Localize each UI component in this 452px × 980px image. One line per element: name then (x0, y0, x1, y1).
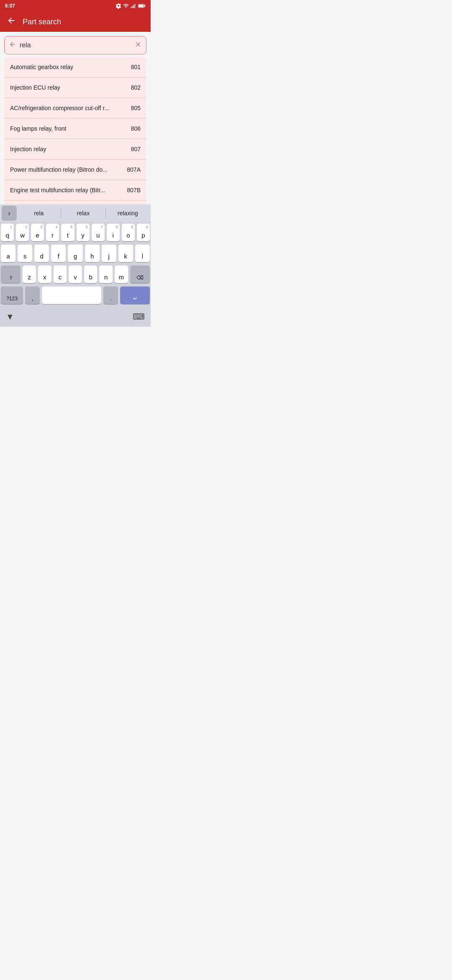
result-name-5: Power multifunction relay (Bitron do... (10, 166, 123, 173)
result-name-6: Engine test multifunction relay (Bitr... (10, 187, 123, 193)
battery-icon (138, 3, 146, 9)
key-shift[interactable]: ⇧ (1, 266, 21, 283)
result-code-0: 801 (131, 64, 141, 70)
key-s[interactable]: s (18, 245, 32, 262)
search-back-button[interactable] (9, 41, 16, 50)
svg-rect-3 (134, 4, 135, 8)
result-code-6: 807B (127, 187, 141, 193)
result-code-2: 805 (131, 105, 141, 111)
result-code-5: 807A (127, 166, 141, 173)
key-d[interactable]: d (34, 245, 49, 262)
search-bar (4, 36, 146, 54)
result-code-1: 802 (131, 84, 141, 91)
key-k[interactable]: k (118, 245, 133, 262)
key-b[interactable]: b (84, 266, 98, 283)
svg-rect-1 (132, 6, 133, 8)
key-comma[interactable]: , (25, 286, 40, 304)
result-item-5[interactable]: Power multifunction relay (Bitron do...8… (4, 160, 146, 180)
result-name-4: Injection relay (10, 146, 128, 152)
svg-rect-5 (144, 5, 145, 7)
suggestions-expand-button[interactable]: › (2, 206, 17, 221)
key-t[interactable]: 5t (61, 224, 74, 241)
key-g[interactable]: g (68, 245, 82, 262)
result-item-6[interactable]: Engine test multifunction relay (Bitr...… (4, 180, 146, 201)
key-m[interactable]: m (115, 266, 128, 283)
key-row-3: ⇧ z x c v b n m ⌫ (1, 266, 150, 283)
key-a[interactable]: a (1, 245, 15, 262)
search-input[interactable] (20, 41, 134, 49)
result-name-3: Fog lamps relay, front (10, 125, 128, 132)
keyboard-collapse-button[interactable]: ▼ (4, 310, 16, 323)
result-code-4: 807 (131, 146, 141, 152)
key-v[interactable]: v (69, 266, 82, 283)
key-u[interactable]: 7u (92, 224, 105, 241)
appbar-back-button[interactable] (7, 16, 16, 28)
key-row-2: a s d f g h j k l (1, 245, 150, 262)
wifi-icon (123, 3, 129, 9)
status-icons (116, 3, 146, 9)
key-num-switch[interactable]: ?123 (1, 286, 23, 304)
key-e[interactable]: 3e (31, 224, 44, 241)
suggest-divider-1 (61, 208, 61, 218)
suggestions-bar: › rela relax relaxing (0, 204, 151, 222)
key-x[interactable]: x (38, 266, 51, 283)
keyboard-layout-button[interactable]: ⌨ (131, 310, 146, 323)
suggestion-0[interactable]: rela (18, 207, 60, 219)
suggestion-2[interactable]: relaxing (107, 207, 149, 219)
result-item-4[interactable]: Injection relay807 (4, 139, 146, 160)
key-y[interactable]: 6y (77, 224, 90, 241)
status-time: 6:07 (5, 3, 15, 9)
key-l[interactable]: l (135, 245, 150, 262)
result-name-2: AC/refrigeration compressor cut-off r... (10, 105, 128, 111)
result-code-3: 806 (131, 125, 141, 132)
key-f[interactable]: f (51, 245, 66, 262)
key-period[interactable]: . (103, 286, 118, 304)
keyboard: › rela relax relaxing 1q 2w 3e 4r 5t 6y … (0, 204, 151, 327)
svg-rect-0 (131, 7, 132, 8)
suggestion-1[interactable]: relax (62, 207, 104, 219)
key-w[interactable]: 2w (16, 224, 29, 241)
key-row-1: 1q 2w 3e 4r 5t 6y 7u 8i 9o 0p (1, 224, 150, 241)
suggest-divider-2 (105, 208, 106, 218)
key-z[interactable]: z (23, 266, 36, 283)
key-space[interactable] (42, 286, 101, 304)
key-r[interactable]: 4r (46, 224, 59, 241)
page-title: Part search (23, 18, 144, 26)
signal-icon (131, 3, 136, 9)
key-backspace[interactable]: ⌫ (130, 266, 150, 283)
keyboard-nav-row: ▼ ⌨ (0, 308, 151, 327)
key-p[interactable]: 0p (137, 224, 150, 241)
result-name-1: Injection ECU relay (10, 84, 128, 91)
app-bar: Part search (0, 12, 151, 32)
result-item-1[interactable]: Injection ECU relay802 (4, 77, 146, 98)
keyboard-rows: 1q 2w 3e 4r 5t 6y 7u 8i 9o 0p a s d f g … (0, 222, 151, 308)
result-item-3[interactable]: Fog lamps relay, front806 (4, 119, 146, 139)
key-n[interactable]: n (99, 266, 113, 283)
svg-rect-6 (139, 5, 144, 7)
key-i[interactable]: 8i (107, 224, 120, 241)
key-h[interactable]: h (85, 245, 100, 262)
svg-rect-2 (133, 5, 134, 8)
status-bar: 6:07 (0, 0, 151, 12)
result-item-0[interactable]: Automatic gearbox relay801 (4, 57, 146, 77)
key-o[interactable]: 9o (122, 224, 135, 241)
key-row-bottom: ?123 , . ↵ (1, 286, 150, 304)
key-return[interactable]: ↵ (120, 286, 150, 304)
search-clear-button[interactable] (134, 41, 142, 50)
result-name-0: Automatic gearbox relay (10, 64, 128, 70)
key-q[interactable]: 1q (1, 224, 14, 241)
key-j[interactable]: j (102, 245, 116, 262)
result-item-2[interactable]: AC/refrigeration compressor cut-off r...… (4, 98, 146, 119)
key-c[interactable]: c (54, 266, 67, 283)
settings-icon (116, 3, 121, 9)
